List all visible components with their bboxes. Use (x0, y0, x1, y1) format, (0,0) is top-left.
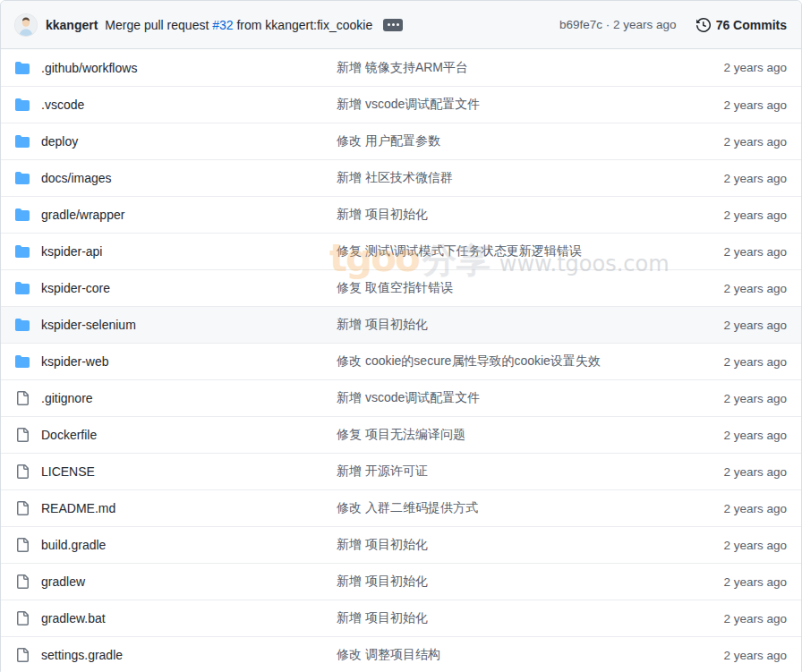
commit-age: 2 years ago (679, 612, 787, 625)
commit-author-link[interactable]: kkangert (46, 18, 98, 32)
file-name-link[interactable]: deploy (41, 134, 78, 149)
ellipsis-dot (392, 23, 395, 26)
commit-history-link[interactable]: 76 Commits (696, 18, 787, 32)
file-name-link[interactable]: Dockerfile (41, 428, 97, 442)
commit-age: 2 years ago (679, 245, 787, 259)
file-name-link[interactable]: kspider-api (41, 244, 102, 259)
commit-message-cell: 修改 入群二维码提供方式 (337, 500, 679, 516)
row-commit-message-link[interactable]: 新增 镜像支持ARM平台 (337, 60, 468, 74)
file-name-link[interactable]: docs/images (41, 171, 112, 185)
row-icon-cell (15, 61, 30, 75)
repo-file-browser: kkangert Merge pull request #32 from kka… (0, 0, 802, 672)
commit-age: 2 years ago (679, 392, 787, 405)
folder-icon (15, 134, 30, 149)
row-commit-message-link[interactable]: 新增 项目初始化 (337, 317, 428, 331)
table-row: build.gradle 新增 项目初始化 2 years ago (1, 526, 801, 563)
commit-age: 2 years ago (679, 465, 787, 479)
file-name-cell: Dockerfile (41, 428, 337, 442)
row-commit-message-link[interactable]: 修复 测试\调试模式下任务状态更新逻辑错误 (337, 243, 582, 258)
file-name-cell: README.md (41, 501, 337, 515)
expand-commit-message-button[interactable] (383, 19, 403, 31)
ellipsis-dot (397, 23, 399, 26)
table-row: kspider-core 修复 取值空指针错误 2 years ago (1, 269, 801, 306)
commit-message-cell: 新增 vscode调试配置文件 (337, 390, 679, 406)
avatar-image (15, 14, 37, 36)
file-name-link[interactable]: README.md (41, 501, 115, 515)
row-commit-message-link[interactable]: 新增 vscode调试配置文件 (337, 97, 480, 111)
file-name-cell: .vscode (41, 98, 337, 112)
commit-message-cell: 新增 开源许可证 (337, 464, 679, 480)
table-row: gradlew.bat 新增 项目初始化 2 years ago (1, 600, 801, 636)
commit-message-cell: 修复 测试\调试模式下任务状态更新逻辑错误 (337, 243, 679, 259)
folder-icon (15, 318, 30, 332)
commit-message-cell: 修复 项目无法编译问题 (337, 427, 679, 443)
file-icon (15, 648, 30, 662)
file-name-cell: docs/images (41, 171, 337, 185)
avatar[interactable] (15, 14, 37, 36)
commit-age: 2 years ago (679, 98, 787, 112)
commit-message-cell: 新增 项目初始化 (337, 610, 679, 626)
history-icon (696, 18, 711, 32)
row-icon-cell (15, 244, 30, 259)
file-icon (15, 574, 30, 589)
commit-age: 2 years ago (679, 282, 787, 295)
row-commit-message-link[interactable]: 新增 社区技术微信群 (337, 170, 453, 184)
commit-age: 2 years ago (679, 319, 787, 332)
file-name-link[interactable]: gradlew.bat (41, 611, 106, 625)
row-commit-message-link[interactable]: 修改 调整项目结构 (337, 647, 440, 661)
file-name-link[interactable]: .gitignore (41, 391, 93, 405)
row-icon-cell (15, 501, 30, 515)
row-commit-message-link[interactable]: 新增 项目初始化 (337, 610, 428, 625)
commit-age: 2 years ago (679, 649, 787, 662)
file-name-link[interactable]: kspider-selenium (41, 318, 136, 332)
pr-number-link[interactable]: #32 (212, 18, 233, 32)
row-icon-cell (15, 464, 30, 479)
commit-message-prefix: Merge pull request (105, 18, 209, 32)
file-icon (15, 538, 30, 552)
file-name-cell: kspider-api (41, 244, 337, 259)
file-name-cell: deploy (41, 134, 337, 149)
row-commit-message-link[interactable]: 新增 项目初始化 (337, 207, 428, 221)
row-commit-message-link[interactable]: 新增 项目初始化 (337, 537, 428, 551)
commit-age: 2 years ago (679, 172, 787, 185)
file-name-cell: kspider-core (41, 281, 337, 295)
row-icon-cell (15, 574, 30, 589)
ellipsis-dot (388, 23, 390, 26)
file-name-link[interactable]: LICENSE (41, 464, 95, 479)
commit-message-cell: 新增 项目初始化 (337, 537, 679, 553)
file-icon (15, 501, 30, 515)
table-row: kspider-api 修复 测试\调试模式下任务状态更新逻辑错误 2 year… (1, 233, 801, 269)
file-name-link[interactable]: gradlew (41, 574, 85, 589)
file-name-link[interactable]: kspider-core (41, 281, 110, 295)
file-name-link[interactable]: gradle/wrapper (41, 208, 124, 222)
row-commit-message-link[interactable]: 修改 入群二维码提供方式 (337, 500, 478, 515)
row-icon-cell (15, 428, 30, 442)
row-icon-cell (15, 391, 30, 405)
table-row: .gitignore 新增 vscode调试配置文件 2 years ago (1, 379, 801, 416)
file-name-link[interactable]: kspider-web (41, 354, 108, 369)
row-commit-message-link[interactable]: 新增 vscode调试配置文件 (337, 390, 480, 404)
commit-age: 2 years ago (679, 61, 787, 74)
file-icon (15, 428, 30, 442)
table-row: LICENSE 新增 开源许可证 2 years ago (1, 453, 801, 489)
folder-icon (15, 281, 30, 295)
commit-age: 2 years ago (679, 355, 787, 369)
row-commit-message-link[interactable]: 修改 用户配置参数 (337, 133, 440, 148)
row-commit-message-link[interactable]: 修改 cookie的secure属性导致的cookie设置失效 (337, 353, 601, 368)
table-row: .github/workflows 新增 镜像支持ARM平台 2 years a… (1, 49, 801, 86)
row-commit-message-link[interactable]: 新增 开源许可证 (337, 464, 428, 478)
row-icon-cell (15, 538, 30, 552)
file-icon (15, 464, 30, 479)
file-name-link[interactable]: build.gradle (41, 538, 106, 552)
file-name-link[interactable]: settings.gradle (41, 648, 123, 662)
table-row: kspider-selenium 新增 项目初始化 2 years ago (1, 306, 801, 343)
row-icon-cell (15, 281, 30, 295)
row-commit-message-link[interactable]: 修复 项目无法编译问题 (337, 427, 465, 441)
file-name-cell: build.gradle (41, 538, 337, 552)
commit-sha-and-age[interactable]: b69fe7c · 2 years ago (559, 18, 677, 31)
file-name-link[interactable]: .github/workflows (41, 61, 137, 75)
row-commit-message-link[interactable]: 新增 项目初始化 (337, 574, 428, 588)
row-commit-message-link[interactable]: 修复 取值空指针错误 (337, 280, 453, 294)
file-name-link[interactable]: .vscode (41, 98, 84, 112)
row-icon-cell (15, 208, 30, 222)
